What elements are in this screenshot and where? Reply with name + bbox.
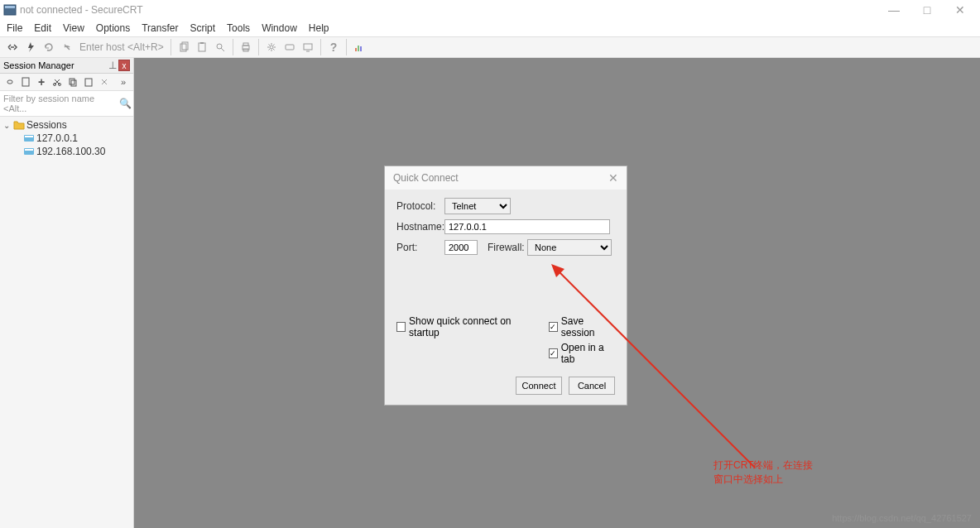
help-icon[interactable]: ? <box>325 39 342 55</box>
content-area: Quick Connect ✕ Protocol: Telnet Hostnam… <box>134 58 980 528</box>
dialog-title-text: Quick Connect <box>393 172 608 184</box>
menu-options[interactable]: Options <box>96 22 130 34</box>
print-icon[interactable] <box>238 39 254 55</box>
watermark: https://blog.csdn.net/qq_42761527 <box>832 513 972 523</box>
port-input[interactable] <box>444 240 478 255</box>
annotation-line2: 窗口中选择如上 <box>713 473 813 487</box>
app-icon <box>3 3 17 17</box>
sidebar-toolbar: + » <box>0 74 133 91</box>
paste2-icon[interactable] <box>82 75 95 89</box>
copy2-icon[interactable] <box>66 75 79 89</box>
host-input[interactable]: Enter host <Alt+R> <box>76 41 167 53</box>
dialog-body: Protocol: Telnet Hostname: Port: Firewal… <box>385 190 627 309</box>
pin-icon[interactable]: ⊥ <box>107 60 118 71</box>
menu-transfer[interactable]: Transfer <box>142 22 178 34</box>
separator <box>258 39 259 55</box>
folder-icon <box>13 120 25 130</box>
sidebar-close-button[interactable]: x <box>118 60 130 71</box>
quick-connect-icon[interactable] <box>22 39 39 55</box>
separator <box>233 39 233 55</box>
svg-rect-5 <box>200 42 204 44</box>
svg-rect-22 <box>71 80 76 86</box>
link-icon[interactable] <box>3 75 17 89</box>
expand-icon[interactable]: » <box>117 75 130 89</box>
protocol-select[interactable]: Telnet <box>444 198 511 214</box>
firewall-label: Firewall: <box>488 242 527 253</box>
show-startup-label: Show quick connect on startup <box>409 315 532 338</box>
svg-rect-9 <box>243 43 248 46</box>
checkbox-icon: ✓ <box>549 348 558 358</box>
reconnect-icon[interactable] <box>41 39 57 55</box>
svg-rect-2 <box>180 44 186 51</box>
tree-root[interactable]: ⌄ Sessions <box>3 118 130 132</box>
svg-rect-16 <box>358 46 359 51</box>
session-filter[interactable]: Filter by session name <Alt... 🔍 <box>0 91 133 117</box>
port-label: Port: <box>396 242 444 253</box>
menu-tools[interactable]: Tools <box>227 22 250 34</box>
session-item[interactable]: 127.0.0.1 <box>3 132 130 145</box>
save-session-label: Save session <box>561 315 615 338</box>
chart-icon[interactable] <box>351 39 368 55</box>
screen-icon[interactable] <box>300 39 316 55</box>
session-item[interactable]: 192.168.100.30 <box>3 145 130 158</box>
svg-rect-12 <box>286 45 294 50</box>
delete-icon[interactable] <box>98 75 111 89</box>
menu-file[interactable]: File <box>7 22 22 34</box>
hostname-label: Hostname: <box>396 221 444 233</box>
keyboard-icon[interactable] <box>281 39 298 55</box>
menu-help[interactable]: Help <box>309 22 329 34</box>
session-tree: ⌄ Sessions 127.0.0.1 192.168.100.30 <box>0 117 133 160</box>
protocol-label: Protocol: <box>396 200 444 212</box>
open-tab-label: Open in a tab <box>561 342 615 365</box>
sidebar-header: Session Manager ⊥ x <box>0 58 133 74</box>
close-button[interactable]: ✕ <box>944 3 977 17</box>
save-session-checkbox[interactable]: ✓ Save session <box>549 315 615 338</box>
maximize-button[interactable]: □ <box>910 3 944 17</box>
svg-point-11 <box>270 46 273 49</box>
show-startup-checkbox[interactable]: Show quick connect on startup <box>396 315 532 338</box>
menu-edit[interactable]: Edit <box>34 22 51 34</box>
paste-icon[interactable] <box>194 39 210 55</box>
session-icon <box>23 146 35 156</box>
filter-placeholder: Filter by session name <Alt... <box>2 92 118 115</box>
firewall-select[interactable]: None <box>527 239 612 256</box>
page-icon[interactable] <box>19 75 32 89</box>
annotation-text: 打开CRT终端，在连接 窗口中选择如上 <box>713 458 813 487</box>
disconnect-icon[interactable] <box>59 39 75 55</box>
annotation-line1: 打开CRT终端，在连接 <box>713 458 813 473</box>
dialog-footer: Show quick connect on startup ✓ Save ses… <box>385 309 627 405</box>
checkbox-icon <box>396 322 406 332</box>
menu-view[interactable]: View <box>63 22 84 34</box>
add-icon[interactable]: + <box>35 75 48 89</box>
cancel-button[interactable]: Cancel <box>569 377 615 395</box>
svg-rect-27 <box>25 149 33 151</box>
svg-rect-23 <box>85 79 92 86</box>
main-toolbar: Enter host <Alt+R> ? <box>0 36 980 58</box>
svg-rect-13 <box>304 44 312 50</box>
collapse-icon[interactable]: ⌄ <box>3 121 12 130</box>
find-icon[interactable] <box>212 39 228 55</box>
menu-window[interactable]: Window <box>262 22 297 34</box>
window-title: not connected - SecureCRT <box>20 4 877 16</box>
dialog-close-icon[interactable]: ✕ <box>608 171 618 185</box>
search-icon[interactable]: 🔍 <box>118 98 132 109</box>
open-tab-checkbox[interactable]: ✓ Open in a tab <box>549 342 615 365</box>
separator <box>171 39 171 55</box>
minimize-button[interactable]: — <box>877 3 910 17</box>
hostname-input[interactable] <box>444 219 610 234</box>
session-icon <box>23 133 35 143</box>
svg-rect-4 <box>199 43 205 51</box>
session-manager-panel: Session Manager ⊥ x + » Filter by sessio… <box>0 58 134 528</box>
menu-script[interactable]: Script <box>190 22 215 34</box>
separator <box>346 39 347 55</box>
tree-root-label: Sessions <box>26 119 67 131</box>
svg-rect-15 <box>355 48 357 51</box>
cut-icon[interactable] <box>50 75 64 89</box>
session-label: 192.168.100.30 <box>36 146 105 157</box>
connect-button[interactable]: Connect <box>516 377 562 395</box>
connect-icon[interactable] <box>4 39 21 55</box>
settings-icon[interactable] <box>263 39 280 55</box>
svg-rect-1 <box>5 6 15 8</box>
copy-icon[interactable] <box>175 39 192 55</box>
svg-line-7 <box>221 48 224 51</box>
